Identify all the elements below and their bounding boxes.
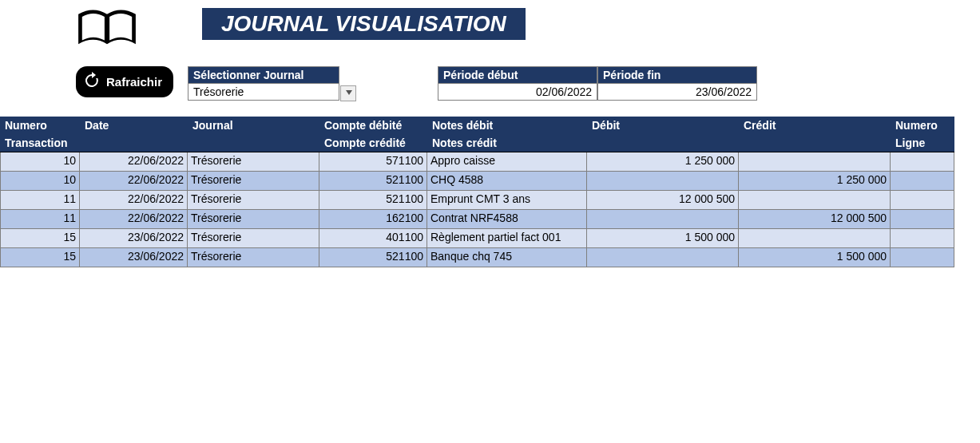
cell-credit[interactable]: 1 500 000	[739, 248, 891, 267]
cell-account[interactable]: 401100	[319, 229, 427, 248]
cell-notes[interactable]: Contrat NRF4588	[427, 210, 587, 229]
cell-debit[interactable]	[587, 172, 739, 191]
cell-journal[interactable]: Trésorerie	[188, 248, 319, 267]
cell-debit[interactable]: 12 000 500	[587, 191, 739, 210]
journal-selector-value: Trésorerie	[193, 85, 244, 98]
cell-notes[interactable]: Emprunt CMT 3 ans	[427, 191, 587, 210]
col-head-journal: Journal	[188, 117, 319, 134]
book-icon	[76, 8, 138, 50]
col-head-date-2	[80, 134, 188, 152]
cell-account[interactable]: 571100	[319, 152, 427, 172]
period-start-value[interactable]: 02/06/2022	[438, 84, 597, 101]
col-head-numero-2: Transaction	[0, 134, 80, 152]
period-start-label: Période début	[438, 66, 597, 84]
cell-credit[interactable]	[739, 229, 891, 248]
cell-credit[interactable]	[739, 191, 891, 210]
cell-account[interactable]: 162100	[319, 210, 427, 229]
period-end-value[interactable]: 23/06/2022	[597, 84, 757, 101]
cell-date[interactable]: 23/06/2022	[80, 248, 188, 267]
col-head-ligne: Numero	[891, 117, 954, 134]
cell-debit[interactable]	[587, 210, 739, 229]
col-head-debit-2	[587, 134, 739, 152]
cell-journal[interactable]: Trésorerie	[188, 172, 319, 191]
period-end-label: Période fin	[597, 66, 757, 84]
cell-num[interactable]: 10	[0, 152, 80, 172]
cell-debit[interactable]: 1 250 000	[587, 152, 739, 172]
col-head-date: Date	[80, 117, 188, 134]
cell-notes[interactable]: Règlement partiel fact 001	[427, 229, 587, 248]
cell-journal[interactable]: Trésorerie	[188, 210, 319, 229]
cell-journal[interactable]: Trésorerie	[188, 152, 319, 172]
cell-line[interactable]	[891, 152, 954, 172]
cell-credit[interactable]: 12 000 500	[739, 210, 891, 229]
cell-line[interactable]	[891, 172, 954, 191]
cell-line[interactable]	[891, 248, 954, 267]
cell-notes[interactable]: Banque chq 745	[427, 248, 587, 267]
cell-account[interactable]: 521100	[319, 248, 427, 267]
col-head-credit-2	[739, 134, 891, 152]
cell-line[interactable]	[891, 191, 954, 210]
cell-date[interactable]: 22/06/2022	[80, 172, 188, 191]
journal-table: Numero Date Journal Compte débité Notes …	[0, 117, 966, 267]
cell-num[interactable]: 11	[0, 191, 80, 210]
col-head-notes: Notes débit	[427, 117, 587, 134]
cell-date[interactable]: 22/06/2022	[80, 210, 188, 229]
cell-journal[interactable]: Trésorerie	[188, 229, 319, 248]
col-head-compte: Compte débité	[319, 117, 427, 134]
col-head-ligne-2: Ligne	[891, 134, 954, 152]
refresh-button[interactable]: Rafraichir	[76, 66, 173, 97]
col-head-compte-2: Compte crédité	[319, 134, 427, 152]
col-head-debit: Débit	[587, 117, 739, 134]
cell-account[interactable]: 521100	[319, 172, 427, 191]
col-head-credit: Crédit	[739, 117, 891, 134]
cell-line[interactable]	[891, 210, 954, 229]
col-head-notes-2: Notes crédit	[427, 134, 587, 152]
page-title: JOURNAL VISUALISATION	[202, 8, 526, 40]
cell-journal[interactable]: Trésorerie	[188, 191, 319, 210]
cell-num[interactable]: 10	[0, 172, 80, 191]
cell-num[interactable]: 15	[0, 248, 80, 267]
cell-num[interactable]: 11	[0, 210, 80, 229]
journal-selector-label: Sélectionner Journal	[188, 66, 339, 84]
cell-account[interactable]: 521100	[319, 191, 427, 210]
col-head-numero: Numero	[0, 117, 80, 134]
refresh-icon	[82, 71, 101, 93]
cell-date[interactable]: 23/06/2022	[80, 229, 188, 248]
col-head-journal-2	[188, 134, 319, 152]
cell-credit[interactable]: 1 250 000	[739, 172, 891, 191]
cell-notes[interactable]: Appro caisse	[427, 152, 587, 172]
cell-debit[interactable]: 1 500 000	[587, 229, 739, 248]
cell-debit[interactable]	[587, 248, 739, 267]
journal-selector[interactable]: Trésorerie	[188, 84, 339, 101]
chevron-down-icon	[346, 90, 352, 95]
cell-date[interactable]: 22/06/2022	[80, 191, 188, 210]
cell-line[interactable]	[891, 229, 954, 248]
cell-credit[interactable]	[739, 152, 891, 172]
cell-date[interactable]: 22/06/2022	[80, 152, 188, 172]
cell-num[interactable]: 15	[0, 229, 80, 248]
cell-notes[interactable]: CHQ 4588	[427, 172, 587, 191]
refresh-label: Rafraichir	[106, 75, 162, 89]
